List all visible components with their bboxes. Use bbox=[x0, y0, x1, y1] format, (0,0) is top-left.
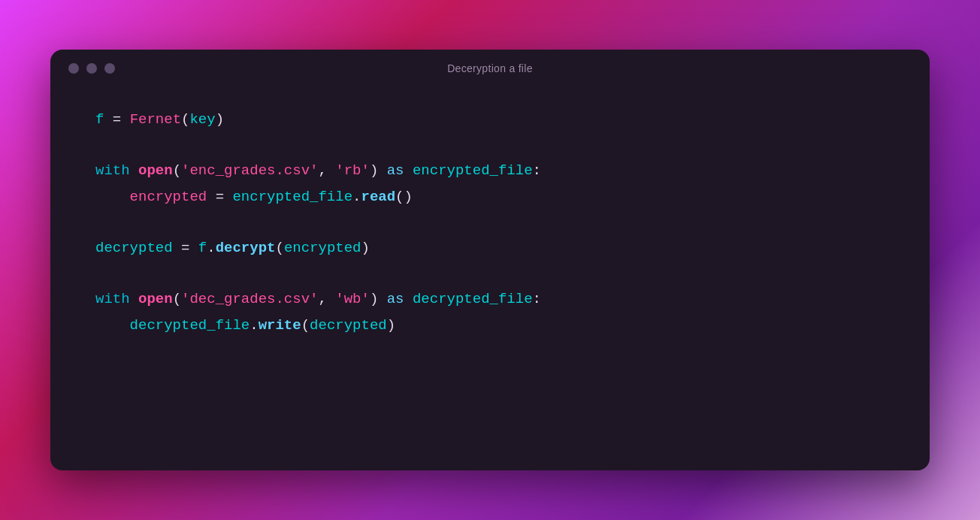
code-line-4: decrypted = f.decrypt(encrypted) bbox=[95, 235, 885, 261]
window-title: Deceryption a file bbox=[447, 62, 533, 74]
code-line-1: f = Fernet(key) bbox=[95, 107, 885, 132]
code-line-3: encrypted = encrypted_file.read() bbox=[95, 184, 885, 210]
blank-line-1 bbox=[95, 132, 885, 158]
traffic-lights bbox=[68, 63, 115, 74]
code-window: Deceryption a file f = Fernet(key) with … bbox=[50, 50, 930, 470]
titlebar: Deceryption a file bbox=[50, 50, 930, 84]
code-editor: f = Fernet(key) with open('enc_grades.cs… bbox=[50, 84, 930, 470]
minimize-dot bbox=[86, 63, 97, 74]
blank-line-3 bbox=[95, 261, 885, 286]
close-dot bbox=[68, 63, 79, 74]
maximize-dot bbox=[104, 63, 115, 74]
code-line-5: with open('dec_grades.csv', 'wb') as dec… bbox=[95, 286, 885, 312]
code-line-2: with open('enc_grades.csv', 'rb') as enc… bbox=[95, 158, 885, 183]
blank-line-2 bbox=[95, 210, 885, 235]
code-line-6: decrypted_file.write(decrypted) bbox=[95, 313, 885, 338]
